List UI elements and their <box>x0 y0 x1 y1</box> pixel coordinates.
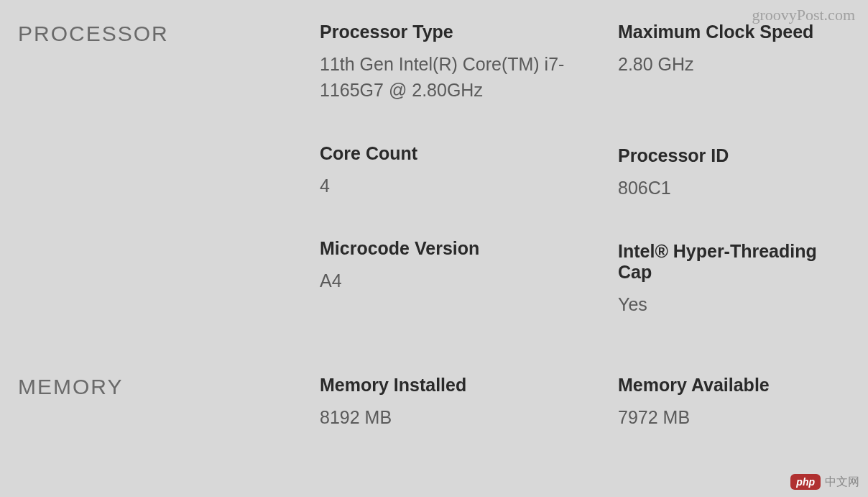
watermark-bottom-text: 中文网 <box>825 475 859 490</box>
memory-installed-field: Memory Installed 8192 MB <box>320 375 618 430</box>
hyper-threading-label: Intel® Hyper-Threading Cap <box>618 241 850 283</box>
watermark-bottom: php 中文网 <box>790 474 859 490</box>
max-clock-speed-value: 2.80 GHz <box>618 51 850 77</box>
memory-section: MEMORY Memory Installed 8192 MB Memory A… <box>18 375 850 430</box>
memory-available-label: Memory Available <box>618 375 850 396</box>
memory-available-value: 7972 MB <box>618 404 850 430</box>
core-count-label: Core Count <box>320 143 618 164</box>
processor-id-value: 806C1 <box>618 175 850 201</box>
system-info-panel: PROCESSOR Processor Type 11th Gen Intel(… <box>0 0 868 497</box>
memory-installed-value: 8192 MB <box>320 404 618 430</box>
core-count-value: 4 <box>320 173 618 199</box>
processor-type-label: Processor Type <box>320 22 618 42</box>
processor-id-label: Processor ID <box>618 145 850 166</box>
processor-section-label: PROCESSOR <box>18 22 320 46</box>
processor-type-field: Processor Type 11th Gen Intel(R) Core(TM… <box>320 22 618 104</box>
hyper-threading-field: Intel® Hyper-Threading Cap Yes <box>618 241 850 317</box>
processor-id-field: Processor ID 806C1 <box>618 145 850 201</box>
memory-available-field: Memory Available 7972 MB <box>618 375 850 430</box>
memory-section-label: MEMORY <box>18 375 320 399</box>
core-count-field: Core Count 4 <box>320 143 618 199</box>
processor-section: PROCESSOR Processor Type 11th Gen Intel(… <box>18 22 850 317</box>
php-badge-icon: php <box>790 474 821 490</box>
memory-installed-label: Memory Installed <box>320 375 618 396</box>
hyper-threading-value: Yes <box>618 291 850 317</box>
processor-type-value: 11th Gen Intel(R) Core(TM) i7-1165G7 @ 2… <box>320 51 618 104</box>
microcode-version-field: Microcode Version A4 <box>320 238 618 293</box>
microcode-version-value: A4 <box>320 268 618 293</box>
max-clock-speed-label: Maximum Clock Speed <box>618 22 850 42</box>
max-clock-speed-field: Maximum Clock Speed 2.80 GHz <box>618 22 850 77</box>
microcode-version-label: Microcode Version <box>320 238 618 259</box>
